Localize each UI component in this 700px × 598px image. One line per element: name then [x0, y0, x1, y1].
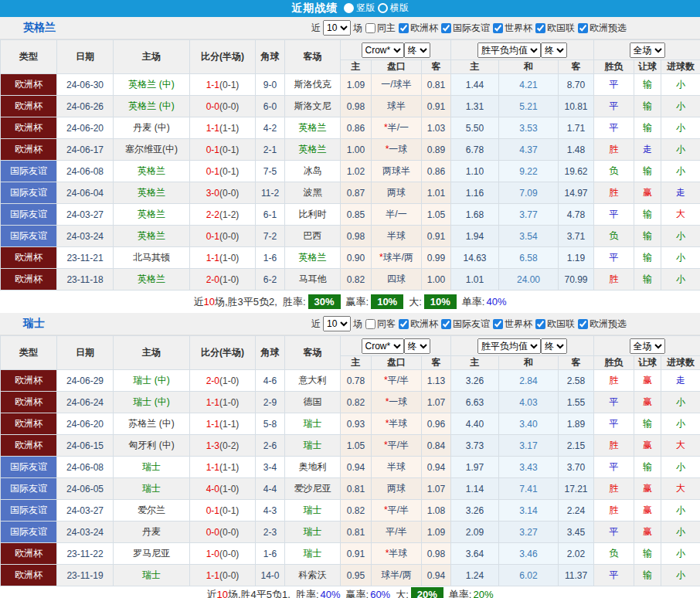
team-link[interactable]: 英格兰 (中) — [128, 100, 174, 111]
mean-final-select[interactable]: 终 — [541, 42, 567, 58]
same-venue-filter[interactable]: 同主 — [365, 22, 396, 35]
cell-mean-away: 2.58 — [559, 370, 594, 392]
halftime-score: (1-1) — [219, 123, 239, 134]
team-link[interactable]: 英格兰 — [299, 144, 327, 155]
league-checkbox[interactable] — [399, 319, 409, 329]
odds-final-select[interactable]: 终 — [404, 338, 430, 354]
match-row: 国际友谊24-06-05瑞士4-0(1-0)4-4爱沙尼亚0.81两球1.071… — [1, 478, 700, 500]
halftime-score: (0-1) — [219, 144, 239, 155]
cell-competition: 欧洲杯 — [1, 74, 57, 96]
scope-select-group: 全场 — [594, 336, 700, 356]
team-link[interactable]: 瑞士 — [304, 418, 322, 429]
cell-goals-result: 小 — [661, 247, 700, 269]
col-subheader: 让球 — [634, 356, 661, 370]
cell-corners: 6-2 — [256, 269, 285, 291]
league-checkbox[interactable] — [493, 23, 503, 33]
same-venue-checkbox[interactable] — [365, 319, 375, 329]
opponent-name: 比利时 — [299, 209, 327, 219]
cell-mean-home: 1.44 — [451, 74, 499, 96]
col-header-date: 日期 — [57, 40, 114, 74]
league-filter[interactable]: 世界杯 — [493, 318, 532, 331]
cell-handicap: *球半/两 — [372, 247, 422, 269]
team-link[interactable]: 英格兰 — [138, 274, 165, 284]
cell-handicap-result: 赢 — [634, 182, 661, 204]
cell-home: 英格兰 — [114, 182, 190, 204]
team-link[interactable]: 英格兰 — [138, 230, 165, 241]
team-link[interactable]: 英格兰 (中) — [128, 79, 174, 90]
cell-corners: 11-2 — [256, 182, 285, 204]
layout-radio-selected[interactable]: 竖版 — [344, 2, 375, 15]
league-label: 欧洲杯 — [410, 22, 438, 35]
matches-table: 类型日期主场比分(半场)角球客场Crow*终胜平负均值终全场主盘口客主和客胜负让… — [0, 335, 700, 586]
col-header-away: 客场 — [285, 336, 341, 370]
league-filter[interactable]: 欧洲杯 — [399, 22, 438, 35]
cell-away: 斯洛文尼 — [285, 96, 341, 117]
team-link[interactable]: 瑞士 (中) — [133, 375, 169, 386]
team-link[interactable]: 瑞士 (中) — [133, 396, 169, 407]
team-link[interactable]: 瑞士 — [304, 440, 322, 450]
team-link[interactable]: 英格兰 — [138, 209, 165, 219]
cell-result: 平 — [594, 74, 634, 96]
cell-odds-home: 0.81 — [341, 522, 372, 543]
cell-handicap-result: 输 — [634, 543, 661, 565]
cell-mean-away: 1.48 — [559, 139, 594, 161]
radio-icon[interactable] — [344, 3, 354, 13]
col-subheader: 客 — [422, 60, 451, 74]
cell-result: 胜 — [594, 370, 634, 392]
league-checkbox[interactable] — [578, 23, 588, 33]
team-link[interactable]: 英格兰 — [299, 122, 327, 133]
cell-mean-draw: 6.58 — [499, 247, 559, 269]
league-checkbox[interactable] — [578, 319, 588, 329]
league-filter[interactable]: 欧国联 — [535, 318, 575, 331]
odds-company-select[interactable]: Crow* — [362, 42, 404, 58]
match-row: 欧洲杯24-06-30英格兰 (中)1-1(0-1)9-0斯洛伐克1.09一/球… — [1, 74, 700, 96]
match-row: 欧洲杯24-06-20丹麦 (中)1-1(1-1)4-2英格兰0.86*半/一1… — [1, 117, 700, 139]
scope-select[interactable]: 全场 — [630, 42, 665, 58]
cell-competition: 国际友谊 — [1, 182, 57, 204]
mean-type-select[interactable]: 胜平负均值 — [477, 338, 541, 354]
cell-goals-result: 小 — [661, 74, 700, 96]
team-link[interactable]: 英格兰 — [138, 187, 165, 198]
league-checkbox[interactable] — [441, 23, 451, 33]
radio-icon[interactable] — [378, 3, 388, 13]
league-checkbox[interactable] — [399, 23, 409, 33]
league-filter[interactable]: 欧国联 — [535, 22, 575, 35]
league-filter[interactable]: 欧洲预选 — [578, 318, 627, 331]
league-filter[interactable]: 欧洲杯 — [399, 318, 438, 331]
team-link[interactable]: 瑞士 — [142, 461, 161, 472]
recent-count-select[interactable]: 10 — [323, 316, 351, 331]
recent-count-select[interactable]: 10 — [323, 20, 351, 36]
league-checkbox[interactable] — [535, 23, 545, 33]
team-link[interactable]: 瑞士 — [304, 526, 322, 537]
league-filter[interactable]: 国际友谊 — [441, 318, 490, 331]
team-link[interactable]: 瑞士 — [142, 569, 161, 580]
handicap-star: * — [384, 440, 388, 450]
same-venue-checkbox[interactable] — [365, 23, 375, 33]
stat-label: 单率: — [449, 588, 472, 598]
team-link[interactable]: 英格兰 — [138, 165, 165, 176]
team-link[interactable]: 瑞士 — [142, 483, 161, 494]
league-checkbox[interactable] — [441, 319, 451, 329]
mean-final-select[interactable]: 终 — [541, 338, 567, 354]
team-link[interactable]: 瑞士 — [304, 548, 322, 559]
team-link[interactable]: 英格兰 — [299, 252, 327, 263]
cell-corners: 14-0 — [256, 565, 285, 586]
cell-handicap-result: 走 — [634, 139, 661, 161]
layout-radio-option[interactable]: 横版 — [378, 2, 409, 15]
same-venue-filter[interactable]: 同客 — [365, 318, 396, 331]
odds-final-select[interactable]: 终 — [404, 42, 430, 58]
scope-select[interactable]: 全场 — [630, 338, 665, 354]
fulltime-score: 0-1 — [206, 231, 219, 242]
league-filter[interactable]: 世界杯 — [493, 22, 532, 35]
mean-type-select[interactable]: 胜平负均值 — [477, 42, 541, 58]
league-filter[interactable]: 欧洲预选 — [578, 22, 627, 35]
opponent-name: 巴西 — [304, 230, 322, 241]
league-filter[interactable]: 国际友谊 — [441, 22, 490, 35]
fulltime-score: 0-0 — [206, 527, 219, 538]
team-link[interactable]: 瑞士 — [304, 505, 322, 515]
opponent-name: 奥地利 — [299, 461, 327, 472]
summary-count: 10 — [216, 589, 227, 598]
odds-company-select[interactable]: Crow* — [362, 338, 404, 354]
league-checkbox[interactable] — [493, 319, 503, 329]
league-checkbox[interactable] — [535, 319, 545, 329]
